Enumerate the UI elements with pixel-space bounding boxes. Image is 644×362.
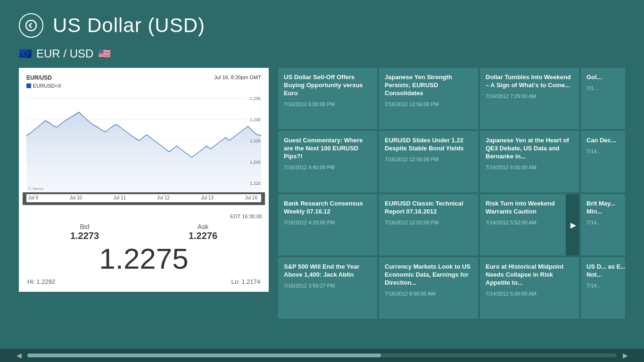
currency-pair: 🇪🇺 EUR / USD 🇺🇸 <box>0 47 644 68</box>
news-card-12-partial[interactable]: Brit May... Min... 7/14... <box>581 194 625 255</box>
currency-pair-label: EUR / USD <box>36 47 93 60</box>
news-title-13: S&P 500 Will End the Year Above 1,400: J… <box>284 263 372 279</box>
x-label-1: Jul 9 <box>28 195 38 200</box>
bid-value: 1.2273 <box>70 230 99 241</box>
scrollbar-thumb[interactable] <box>27 354 381 357</box>
news-card-7[interactable]: Japanese Yen at the Heart of QE3 Debate,… <box>480 131 579 192</box>
news-date-9: 7/16/2012 4:20:00 PM <box>284 220 372 225</box>
news-card-2[interactable]: Japanese Yen Strength Persists; EURUSD C… <box>379 68 478 129</box>
scroll-right-arrow[interactable]: ▶ <box>620 351 630 360</box>
x-label-5: Jul 13 <box>201 195 214 200</box>
right-panel: US Dollar Sell-Off Offers Buying Opportu… <box>278 68 625 350</box>
news-title-14: Currency Markets Look to US Economic Dat… <box>385 263 472 287</box>
lo-value: Lo: 1.2174 <box>231 278 260 285</box>
legend-color <box>26 83 31 88</box>
news-date-4: 7/1... <box>586 85 625 91</box>
news-title-10: EURUSD Classic Technical Report 07.16.20… <box>385 200 472 216</box>
svg-text:1.235: 1.235 <box>250 96 260 101</box>
news-date-13: 7/16/2012 3:59:27 PM <box>284 283 372 288</box>
news-date-3: 7/14/2012 7:29:00 AM <box>486 93 573 99</box>
legend-label: EURUSD=X <box>33 83 61 89</box>
main-content: EUR/USD Jul 16, 8:20pm GMT EURUSD=X <box>0 68 644 350</box>
news-card-1[interactable]: US Dollar Sell-Off Offers Buying Opportu… <box>278 68 377 129</box>
svg-point-0 <box>26 20 36 31</box>
news-card-10[interactable]: EURUSD Classic Technical Report 07.16.20… <box>379 194 478 255</box>
news-date-10: 7/16/2012 12:02:00 PM <box>385 220 472 225</box>
scroll-left-arrow[interactable]: ◀ <box>14 351 24 360</box>
bid-label: Bid <box>70 223 99 230</box>
back-button[interactable] <box>19 13 43 38</box>
page-title: US Dollar (USD) <box>53 14 205 37</box>
news-card-14[interactable]: Currency Markets Look to US Economic Dat… <box>379 257 478 319</box>
chart-header: EUR/USD Jul 16, 8:20pm GMT <box>26 74 261 81</box>
news-card-16-partial[interactable]: US D... as E... Not... 7/14... <box>581 257 625 319</box>
bid-item: Bid 1.2273 <box>70 223 99 241</box>
news-card-13[interactable]: S&P 500 Will End the Year Above 1,400: J… <box>278 257 377 319</box>
news-title-8: Can Dec... <box>586 137 625 145</box>
news-card-6[interactable]: EURUSD Slides Under 1.22 Despite Stable … <box>379 131 478 192</box>
news-title-9: Bank Research Consensus Weekly 07.16.12 <box>284 200 372 216</box>
svg-text:1.220: 1.220 <box>250 160 260 165</box>
news-title-6: EURUSD Slides Under 1.22 Despite Stable … <box>385 137 472 153</box>
chart-timestamp: Jul 16, 8:20pm GMT <box>214 74 261 81</box>
main-price: 1.2275 <box>25 244 262 273</box>
news-date-15: 7/14/2012 5:00:00 AM <box>486 291 573 296</box>
news-card-15[interactable]: Euro at Historical Midpoint Needs Collap… <box>480 257 579 319</box>
news-date-2: 7/16/2012 12:56:00 PM <box>385 101 472 107</box>
chart-svg: 1.235 1.230 1.225 1.220 1.215 © Yahoo! <box>26 89 261 192</box>
scrollbar-track[interactable] <box>27 354 617 357</box>
bid-ask-row: Bid 1.2273 Ask 1.2276 <box>25 223 262 241</box>
price-section: EDT 16:30:00 Bid 1.2273 Ask 1.2276 1.227… <box>19 209 269 292</box>
news-date-1: 7/16/2012 6:00:00 PM <box>284 101 372 107</box>
news-card-8-partial[interactable]: Can Dec... 7/14... <box>581 131 625 192</box>
from-flag: 🇪🇺 <box>19 48 32 60</box>
news-card-11[interactable]: Risk Turn into Weekend Warrants Caution … <box>480 194 579 255</box>
news-date-11: 7/14/2012 5:52:00 AM <box>486 220 573 225</box>
news-grid: US Dollar Sell-Off Offers Buying Opportu… <box>278 68 625 319</box>
news-card-3[interactable]: Dollar Tumbles Into Weekend – A Sign of … <box>480 68 579 129</box>
x-label-4: Jul 12 <box>157 195 170 200</box>
hi-value: Hi: 1.2292 <box>27 278 55 285</box>
chart-legend: EURUSD=X <box>26 83 261 89</box>
scroll-right-button[interactable]: ▶ <box>566 194 579 255</box>
price-timestamp: EDT 16:30:00 <box>25 214 262 219</box>
news-title-4: Gol... <box>586 74 625 82</box>
news-title-5: Guest Commentary: Where are the Next 100… <box>284 137 372 161</box>
news-card-9[interactable]: Bank Research Consensus Weekly 07.16.12 … <box>278 194 377 255</box>
news-date-14: 7/16/2012 8:50:00 AM <box>385 291 472 296</box>
news-title-1: US Dollar Sell-Off Offers Buying Opportu… <box>284 74 372 98</box>
news-card-4-partial[interactable]: Gol... 7/1... <box>581 68 625 129</box>
news-date-16: 7/14... <box>586 283 625 288</box>
svg-text:1.225: 1.225 <box>250 139 260 143</box>
news-title-12: Brit May... Min... <box>586 200 625 216</box>
bottom-scrollbar: ◀ ▶ <box>0 349 644 362</box>
news-title-3: Dollar Tumbles Into Weekend – A Sign of … <box>486 74 573 90</box>
chart-container: EUR/USD Jul 16, 8:20pm GMT EURUSD=X <box>19 68 269 209</box>
news-date-7: 7/14/2012 6:00:00 AM <box>486 165 573 170</box>
x-label-6: Jul 16 <box>245 195 257 200</box>
chart-ticker: EUR/USD <box>26 74 52 81</box>
news-date-12: 7/14... <box>586 220 625 225</box>
news-date-5: 7/16/2012 4:40:00 PM <box>284 165 372 170</box>
news-title-2: Japanese Yen Strength Persists; EURUSD C… <box>385 74 472 98</box>
news-date-6: 7/16/2012 12:56:00 PM <box>385 156 472 162</box>
left-panel: EUR/USD Jul 16, 8:20pm GMT EURUSD=X <box>19 68 269 350</box>
header: US Dollar (USD) <box>0 0 644 47</box>
x-label-3: Jul 11 <box>113 195 126 200</box>
svg-text:1.215: 1.215 <box>250 181 260 186</box>
svg-text:1.230: 1.230 <box>250 117 260 122</box>
svg-text:© Yahoo!: © Yahoo! <box>28 187 44 191</box>
news-date-8: 7/14... <box>586 148 625 154</box>
to-flag: 🇺🇸 <box>98 48 111 60</box>
news-title-11: Risk Turn into Weekend Warrants Caution <box>486 200 573 216</box>
news-title-16: US D... as E... Not... <box>586 263 625 279</box>
x-label-2: Jul 10 <box>69 195 82 200</box>
ask-item: Ask 1.2276 <box>189 223 217 241</box>
hi-lo-row: Hi: 1.2292 Lo: 1.2174 <box>25 278 262 285</box>
ask-label: Ask <box>189 223 217 230</box>
news-title-15: Euro at Historical Midpoint Needs Collap… <box>486 263 573 287</box>
chart-area: 1.235 1.230 1.225 1.220 1.215 © Yahoo! J… <box>23 89 265 192</box>
news-card-5[interactable]: Guest Commentary: Where are the Next 100… <box>278 131 377 192</box>
news-title-7: Japanese Yen at the Heart of QE3 Debate,… <box>486 137 573 161</box>
ask-value: 1.2276 <box>189 230 217 241</box>
